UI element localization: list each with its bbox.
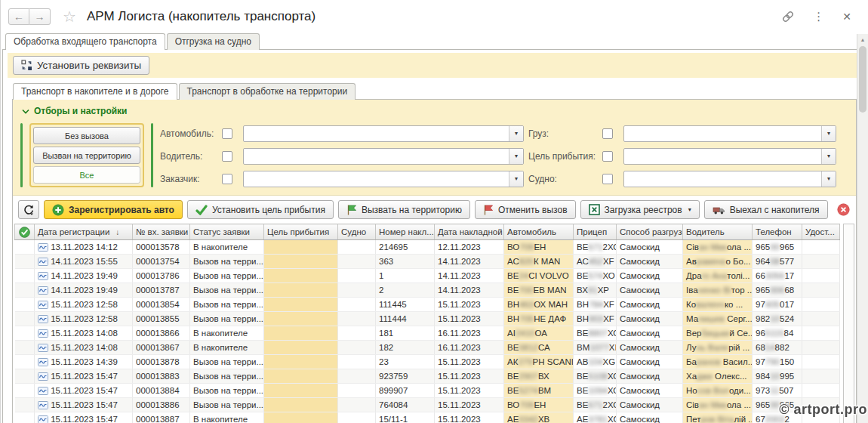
automobile-filter-checkbox[interactable]	[222, 128, 232, 139]
cell-phone[interactable]: 96500965	[753, 240, 802, 255]
table-row[interactable]: 14.11.2023 19:49000013787Вызов на терри.…	[15, 283, 840, 298]
cell-driver[interactable]: Сіван Микола ...	[683, 398, 753, 412]
column-header-trailer[interactable]: Прицеп	[574, 224, 617, 240]
cell-waybill_no[interactable]: 764084	[376, 398, 435, 412]
cell-unload[interactable]: Самоскид	[617, 240, 683, 255]
cell-driver[interactable]: Авраменко Бо...	[683, 255, 753, 269]
cell-trailer[interactable]: ВН784ХF	[574, 298, 617, 312]
cell-reg_date[interactable]: 15.11.2023 12:58	[35, 298, 133, 312]
cell-waybill_date[interactable]: 14.11.2023	[435, 255, 504, 269]
tab-transport-in-storage[interactable]: Транспорт в накопителе и в дороге	[13, 83, 177, 100]
cell-driver[interactable]: Хаджи Олекс...	[683, 369, 753, 384]
cell-vessel[interactable]	[338, 384, 376, 398]
column-header-auto[interactable]: Автомобиль	[504, 224, 574, 240]
column-header-purpose[interactable]: Цель прибытия	[264, 224, 338, 240]
cell-status[interactable]: Вызов на терри...	[190, 298, 264, 312]
vessel-filter-input[interactable]	[624, 171, 821, 187]
cell-waybill_date[interactable]: 14.11.2023	[435, 283, 504, 298]
cell-driver[interactable]: Носов Володи...	[683, 384, 753, 398]
cell-phone[interactable]: 97311507	[753, 384, 802, 398]
cell-state[interactable]	[15, 312, 35, 326]
cell-state[interactable]	[15, 255, 35, 269]
tab-ship-loading[interactable]: Отгрузка на судно	[167, 33, 260, 50]
cell-trailer[interactable]: ВЕ574ХО	[574, 269, 617, 283]
cell-auto[interactable]: ВН705НЕ ДАФ	[504, 312, 574, 326]
cell-vessel[interactable]	[338, 326, 376, 341]
cell-purpose[interactable]	[264, 369, 338, 384]
column-header-udost[interactable]: Удост...	[802, 224, 840, 240]
cell-auto[interactable]: АІ2410ОА	[504, 326, 574, 341]
driver-filter-input[interactable]	[244, 149, 509, 164]
cell-status[interactable]: Вызов на терри...	[190, 398, 264, 412]
cell-unload[interactable]: Самоскид	[617, 326, 683, 341]
cell-waybill_no[interactable]: 23	[376, 355, 435, 369]
cell-waybill_date[interactable]: 15.11.2023	[435, 312, 504, 326]
cell-status[interactable]: Вызов на терри...	[190, 269, 264, 283]
cell-udost[interactable]	[802, 298, 840, 312]
column-header-status[interactable]: Статус заявки	[190, 224, 264, 240]
cell-auto[interactable]: АЕ0342ХВ	[504, 412, 574, 423]
cell-udost[interactable]	[802, 355, 840, 369]
cell-trailer[interactable]: АЕ3781ХG	[574, 412, 617, 423]
set-requisites-button[interactable]: Установить реквизиты	[13, 56, 149, 75]
cell-phone[interactable]: 96511584	[753, 326, 802, 341]
cell-reg_date[interactable]: 14.11.2023 15:55	[35, 255, 133, 269]
cell-unload[interactable]: Самоскид	[617, 341, 683, 355]
cell-auto[interactable]: ВН463ОХ МАН	[504, 298, 574, 312]
cell-purpose[interactable]	[264, 384, 338, 398]
cell-waybill_no[interactable]: 363	[376, 255, 435, 269]
table-row[interactable]: 13.11.2023 14:12000013578В накопителе214…	[15, 240, 840, 255]
chevron-down-icon[interactable]: ▾	[509, 171, 523, 187]
cell-auto[interactable]: ВЕ24СІ VOLVO	[504, 269, 574, 283]
close-icon[interactable]: ✕	[842, 11, 851, 23]
cell-driver[interactable]: Лунь Валерій ...	[683, 341, 753, 355]
chevron-down-icon[interactable]: ▾	[821, 171, 836, 187]
cell-purpose[interactable]	[264, 283, 338, 298]
cell-unload[interactable]: Самоскид	[617, 412, 683, 423]
forward-icon[interactable]: →	[29, 8, 51, 25]
cell-driver[interactable]: Баранов Васил...	[683, 355, 753, 369]
cell-status[interactable]: В накопителе	[190, 341, 264, 355]
register-auto-button[interactable]: Зарегистрировать авто	[44, 200, 183, 219]
cell-trailer[interactable]: ВХ91ХР	[574, 283, 617, 298]
cell-purpose[interactable]	[264, 398, 338, 412]
cell-waybill_date[interactable]: 15.11.2023	[435, 398, 504, 412]
cell-request_no[interactable]: 000013883	[133, 369, 190, 384]
cell-waybill_date[interactable]: 15.11.2023	[435, 298, 504, 312]
cell-auto[interactable]: ВЕ0812СА	[504, 341, 574, 355]
table-vertical-scrollbar[interactable]	[843, 224, 854, 423]
filter-called-button[interactable]: Вызван на территорию	[33, 147, 140, 164]
column-header-driver[interactable]: Водитель	[683, 224, 753, 240]
cell-status[interactable]: Вызов на терри...	[190, 369, 264, 384]
purpose-filter-checkbox[interactable]	[602, 151, 613, 162]
customer-filter-checkbox[interactable]	[222, 174, 232, 184]
cell-auto[interactable]: ВО709ЕН	[504, 398, 574, 412]
tab-transport-on-territory[interactable]: Транспорт в обработке на территории	[179, 83, 356, 100]
cell-auto[interactable]: ВЕ5274ВМ	[504, 384, 574, 398]
cell-request_no[interactable]: 000013786	[133, 269, 190, 283]
cell-purpose[interactable]	[264, 298, 338, 312]
cell-vessel[interactable]	[338, 312, 376, 326]
cell-state[interactable]	[15, 326, 35, 341]
cell-unload[interactable]: Самоскид	[617, 398, 683, 412]
cell-waybill_date[interactable]: 12.11.2023	[435, 240, 504, 255]
automobile-filter-input[interactable]	[244, 126, 509, 141]
cell-unload[interactable]: Самоскид	[617, 283, 683, 298]
column-header-waybill_no[interactable]: Номер накл...	[376, 224, 435, 240]
cell-unload[interactable]: Самоскид	[617, 312, 683, 326]
cell-vessel[interactable]	[338, 341, 376, 355]
customer-filter-input[interactable]	[244, 171, 509, 187]
cell-trailer[interactable]: ВН903ХF	[574, 312, 617, 326]
window-scrollbar[interactable]: ▲	[857, 34, 868, 423]
cell-waybill_no[interactable]: 182	[376, 341, 435, 355]
cell-waybill_date[interactable]: 15.11.2023	[435, 412, 504, 423]
column-header-state[interactable]	[15, 224, 35, 240]
column-header-unload[interactable]: Способ разгрузки	[617, 224, 683, 240]
column-header-vessel[interactable]: Судно	[338, 224, 376, 240]
cell-status[interactable]: В накопителе	[190, 412, 264, 423]
cell-purpose[interactable]	[264, 240, 338, 255]
cell-auto[interactable]: ВО709ЕН	[504, 240, 574, 255]
cell-trailer[interactable]: ВЕ6712ХО	[574, 240, 617, 255]
cell-purpose[interactable]	[264, 412, 338, 423]
filters-group-title[interactable]: Отборы и настройки	[22, 106, 848, 116]
